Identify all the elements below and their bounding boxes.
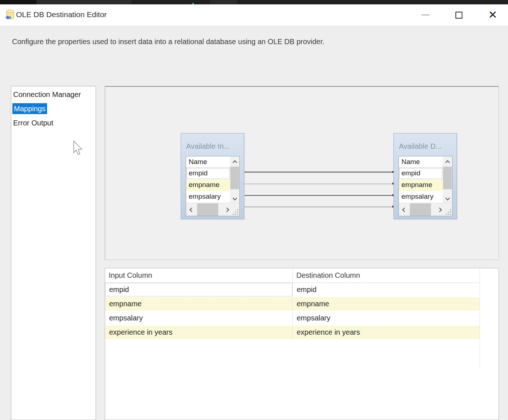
scroll-left-button[interactable]	[186, 203, 197, 216]
vertical-scroll-thumb[interactable]	[230, 167, 239, 189]
background-strip-segment	[0, 0, 36, 4]
column-header-name: Name	[399, 156, 443, 168]
destination-column-cell[interactable]: experience in years	[292, 326, 480, 339]
sidebar-item-mappings[interactable]: Mappings	[12, 103, 96, 114]
list-item[interactable]: empid	[186, 168, 230, 179]
horizontal-scroll-thumb[interactable]	[197, 203, 218, 216]
maximize-icon	[455, 12, 462, 19]
mapping-connection-line[interactable]	[245, 195, 394, 196]
input-column-cell[interactable]: empsalary	[105, 311, 292, 325]
background-app-strip	[0, 0, 508, 4]
close-icon: ✕	[488, 9, 497, 20]
table-row[interactable]: empid empid	[105, 283, 480, 297]
mappings-table-panel: Input Column Destination Column empid em…	[105, 268, 499, 420]
chevron-down-icon	[445, 196, 450, 201]
chevron-right-icon	[437, 207, 442, 212]
background-strip-segment	[210, 0, 237, 4]
scroll-up-button[interactable]	[230, 157, 239, 167]
input-columns-list: Name empid empname empsalary	[186, 156, 240, 216]
box-title: Available In...	[186, 142, 241, 151]
list-item[interactable]: empid	[399, 168, 443, 179]
input-column-cell[interactable]: experience in years	[105, 326, 292, 339]
box-title: Available D...	[399, 142, 454, 151]
destination-column-cell[interactable]: empid	[292, 283, 480, 296]
sidebar-item-error-output[interactable]: Error Output	[12, 118, 96, 128]
scroll-right-button[interactable]	[434, 203, 445, 216]
mapping-designer-panel: Available In... Name empid empname empsa…	[105, 86, 499, 260]
title-bar: OLE DB Destination Editor ✕	[0, 4, 508, 26]
scroll-left-button[interactable]	[399, 203, 410, 216]
scroll-down-button[interactable]	[230, 193, 239, 203]
resize-grip-icon[interactable]	[233, 210, 238, 215]
close-button[interactable]: ✕	[484, 4, 501, 26]
table-header-row: Input Column Destination Column	[105, 268, 480, 283]
window-title: OLE DB Destination Editor	[16, 10, 107, 19]
header-destination-column: Destination Column	[292, 268, 480, 283]
list-item[interactable]: empname	[186, 179, 230, 191]
chevron-left-icon	[189, 207, 194, 212]
mapping-connection-line[interactable]	[245, 172, 394, 172]
vertical-scrollbar[interactable]	[443, 156, 452, 203]
minimize-icon	[422, 15, 430, 15]
table-row[interactable]: empname empname	[105, 297, 480, 311]
destination-columns-grid: Name empid empname empsalary	[399, 156, 443, 203]
chevron-right-icon	[224, 207, 229, 212]
scroll-up-button[interactable]	[443, 157, 452, 167]
dialog-description: Configure the properties used to insert …	[12, 38, 324, 46]
chevron-down-icon	[232, 196, 237, 201]
destination-column-cell[interactable]: empname	[292, 297, 480, 311]
input-column-cell[interactable]: empname	[105, 297, 292, 311]
maximize-button[interactable]	[450, 4, 467, 26]
header-input-column: Input Column	[105, 268, 292, 283]
input-column-cell[interactable]: empid	[105, 283, 292, 296]
column-header-name: Name	[186, 156, 230, 168]
chevron-up-icon	[445, 160, 450, 165]
available-input-columns-box[interactable]: Available In... Name empid empname empsa…	[181, 133, 244, 219]
list-item[interactable]: empname	[399, 179, 443, 191]
mapping-connection-line[interactable]	[245, 184, 394, 184]
horizontal-scrollbar[interactable]	[399, 203, 452, 216]
list-item[interactable]: empsalary	[399, 191, 443, 203]
table-row[interactable]: empsalary empsalary	[105, 311, 480, 326]
vertical-scroll-thumb[interactable]	[443, 167, 452, 189]
mapping-connection-line[interactable]	[245, 207, 394, 207]
destination-column-cell[interactable]: empsalary	[292, 311, 480, 325]
chevron-up-icon	[232, 160, 237, 165]
mappings-table: Input Column Destination Column empid em…	[105, 268, 480, 340]
horizontal-scrollbar[interactable]	[186, 203, 239, 216]
background-strip-segment	[36, 0, 131, 4]
table-grid-edge	[480, 268, 480, 370]
input-columns-grid: Name empid empname empsalary	[186, 156, 230, 203]
destination-columns-list: Name empid empname empsalary	[399, 156, 453, 216]
scroll-down-button[interactable]	[443, 193, 452, 203]
pages-list: Connection Manager Mappings Error Output	[11, 86, 96, 420]
table-row[interactable]: experience in years experience in years	[105, 326, 480, 340]
vertical-scrollbar[interactable]	[230, 156, 239, 203]
chevron-left-icon	[402, 207, 407, 212]
available-destination-columns-box[interactable]: Available D... Name empid empname empsal…	[393, 133, 457, 219]
database-destination-icon	[5, 9, 16, 22]
scroll-right-button[interactable]	[221, 203, 232, 216]
ole-db-destination-editor-window: OLE DB Destination Editor ✕ Configure th…	[0, 0, 508, 420]
minimize-button[interactable]	[417, 4, 434, 26]
list-item[interactable]: empsalary	[186, 191, 230, 203]
sidebar-item-connection-manager[interactable]: Connection Manager	[12, 89, 96, 100]
resize-grip-icon[interactable]	[446, 210, 451, 215]
horizontal-scroll-thumb[interactable]	[410, 203, 431, 216]
